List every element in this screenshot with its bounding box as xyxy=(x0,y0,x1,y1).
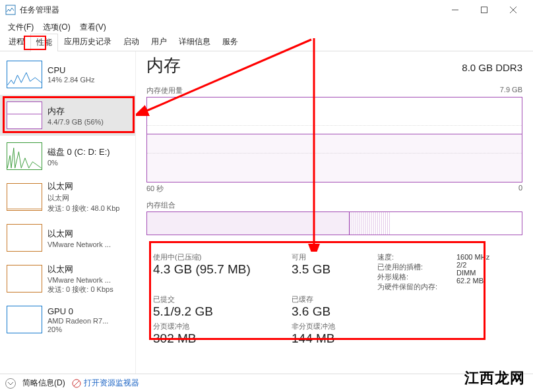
eth1-thumb xyxy=(7,224,42,252)
menu-file[interactable]: 文件(F) xyxy=(4,20,38,34)
stat-committed: 5.1/9.2 GB xyxy=(153,304,285,319)
app-icon xyxy=(5,5,16,15)
open-resource-monitor-link[interactable]: 打开资源监视器 xyxy=(72,378,139,389)
menubar: 文件(F) 选项(O) 查看(V) xyxy=(0,20,533,34)
menu-options[interactable]: 选项(O) xyxy=(39,20,74,34)
tab-details[interactable]: 详细信息 xyxy=(173,33,216,51)
stat-paged: 302 MB xyxy=(153,331,285,346)
stats-box: 使用中(已压缩)4.3 GB (95.7 MB) 可用3.5 GB 速度:已使用… xyxy=(146,247,522,352)
tab-startup[interactable]: 启动 xyxy=(117,33,145,51)
maximize-button[interactable] xyxy=(470,0,499,20)
tab-users[interactable]: 用户 xyxy=(145,33,173,51)
minimize-button[interactable] xyxy=(441,0,470,20)
memory-capacity: 8.0 GB DDR3 xyxy=(462,62,522,73)
content: CPU14% 2.84 GHz 内存4.4/7.9 GB (56%) 磁盘 0 … xyxy=(0,51,533,374)
titlebar: 任务管理器 xyxy=(0,0,533,20)
sidebar-memory-sub: 4.4/7.9 GB (56%) xyxy=(47,118,104,126)
svg-rect-2 xyxy=(482,7,487,13)
sidebar-item-disk[interactable]: 磁盘 0 (C: D: E:)0% xyxy=(0,136,135,177)
sidebar-eth0-title: 以太网 xyxy=(47,181,119,192)
tab-processes[interactable]: 进程 xyxy=(3,33,30,51)
menu-view[interactable]: 查看(V) xyxy=(76,20,110,34)
sidebar-item-gpu[interactable]: GPU 0AMD Radeon R7...20% xyxy=(0,299,135,340)
collapse-icon[interactable] xyxy=(5,378,16,389)
footer: 简略信息(D) 打开资源监视器 xyxy=(0,374,533,392)
svg-line-8 xyxy=(74,381,79,386)
sidebar-item-eth1[interactable]: 以太网VMware Network ... xyxy=(0,217,135,258)
sidebar: CPU14% 2.84 GHz 内存4.4/7.9 GB (56%) 磁盘 0 … xyxy=(0,51,136,374)
sidebar-item-memory[interactable]: 内存4.4/7.9 GB (56%) xyxy=(0,95,135,136)
tab-app-history[interactable]: 应用历史记录 xyxy=(58,33,117,51)
sidebar-item-eth2[interactable]: 以太网VMware Network ...发送: 0 接收: 0 Kbps xyxy=(0,258,135,299)
gpu-thumb xyxy=(7,306,42,333)
sidebar-cpu-title: CPU xyxy=(47,65,95,75)
page-title: 内存 xyxy=(146,54,181,77)
stat-available: 3.5 GB xyxy=(292,262,371,277)
cpu-thumb xyxy=(7,61,42,88)
eth0-thumb xyxy=(7,183,42,211)
watermark: 江西龙网 xyxy=(464,368,525,388)
sidebar-cpu-sub: 14% 2.84 GHz xyxy=(47,76,95,84)
memory-composition-chart xyxy=(146,211,522,235)
sidebar-item-eth0[interactable]: 以太网以太网发送: 0 接收: 48.0 Kbp xyxy=(0,177,135,217)
x-axis-left: 60 秒 xyxy=(146,184,164,194)
main-panel: 内存 8.0 GB DDR3 内存使用量 7.9 GB 60 秒 0 内存组合 … xyxy=(136,51,533,374)
tab-services[interactable]: 服务 xyxy=(216,33,244,51)
x-axis-right: 0 xyxy=(518,184,522,194)
stat-cached: 3.6 GB xyxy=(292,304,371,319)
brief-info-link[interactable]: 简略信息(D) xyxy=(22,378,65,389)
resource-monitor-icon xyxy=(72,379,81,388)
tabbar: 进程 性能 应用历史记录 启动 用户 详细信息 服务 xyxy=(0,34,533,51)
window-title: 任务管理器 xyxy=(20,5,59,16)
stat-slots: 2/2 xyxy=(456,261,516,269)
memory-usage-chart xyxy=(146,97,522,182)
disk-thumb xyxy=(7,142,42,170)
sidebar-item-cpu[interactable]: CPU14% 2.84 GHz xyxy=(0,54,135,95)
stat-nonpaged: 144 MB xyxy=(292,331,371,346)
sidebar-disk-title: 磁盘 0 (C: D: E:) xyxy=(47,146,110,158)
sidebar-disk-sub: 0% xyxy=(47,159,110,167)
stat-speed: 1600 MHz xyxy=(456,253,516,261)
close-button[interactable] xyxy=(499,0,528,20)
usage-chart-max: 7.9 GB xyxy=(500,86,522,96)
stat-hw-reserved: 62.2 MB xyxy=(456,277,516,285)
stat-inuse: 4.3 GB (95.7 MB) xyxy=(153,262,285,277)
eth2-thumb xyxy=(7,265,42,293)
usage-chart-label: 内存使用量 xyxy=(146,86,183,96)
sidebar-memory-title: 内存 xyxy=(47,105,104,117)
tab-performance[interactable]: 性能 xyxy=(30,34,58,51)
memory-thumb xyxy=(7,101,42,129)
stat-form: DIMM xyxy=(456,269,516,277)
composition-label: 内存组合 xyxy=(146,200,522,210)
